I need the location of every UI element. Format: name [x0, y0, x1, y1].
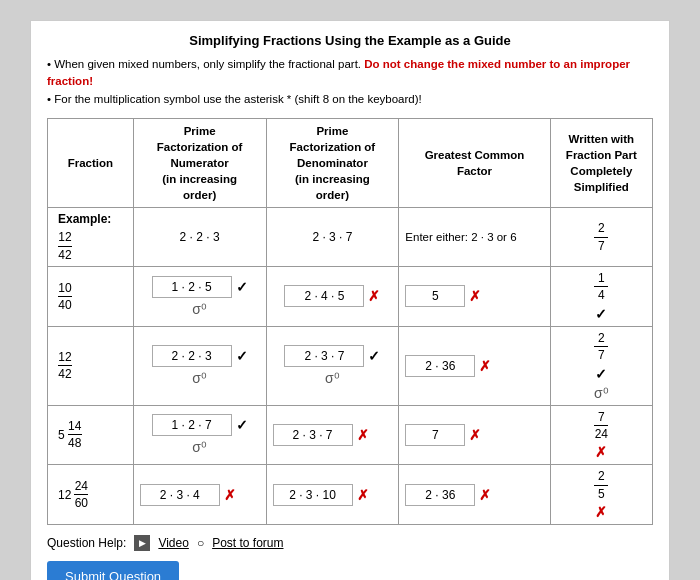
header-prime-den: PrimeFactorization ofDenominator(in incr…: [266, 118, 399, 207]
example-written-frac: 2 7: [594, 221, 608, 253]
example-label: Example:: [58, 212, 127, 226]
row3-prime-num-sigma: σ⁰: [192, 439, 207, 455]
row3-prime-den-row: ✗: [273, 424, 393, 446]
main-card: Simplifying Fractions Using the Example …: [30, 20, 670, 580]
row1-prime-num-input[interactable]: [152, 276, 232, 298]
row2-gcf-input[interactable]: [405, 355, 475, 377]
row4-whole: 12: [58, 488, 71, 502]
row4-written-group: 2 5 ✗: [557, 469, 646, 520]
row3-gcf-cross: ✗: [469, 427, 481, 443]
row2-prime-num-group: ✓ σ⁰: [140, 345, 260, 386]
row2-gcf-row: ✗: [405, 355, 543, 377]
row3-gcf-cell: ✗: [399, 405, 550, 465]
row3-prime-den-cell: ✗: [266, 405, 399, 465]
example-fraction: 12 42: [58, 230, 72, 262]
row2-written-frac: 2 7: [594, 331, 608, 363]
row4-prime-num-cross: ✗: [224, 487, 236, 503]
row1-gcf-input[interactable]: [405, 285, 465, 307]
row4-gcf-input[interactable]: [405, 484, 475, 506]
row2-gcf-cross: ✗: [479, 358, 491, 374]
main-table: Fraction PrimeFactorization ofNumerator(…: [47, 118, 653, 525]
row1-prime-num-sigma: σ⁰: [192, 301, 207, 317]
row4-prime-num-input[interactable]: [140, 484, 220, 506]
row1-written-check: ✓: [595, 306, 607, 322]
submit-button[interactable]: Submit Question: [47, 561, 179, 580]
row4-prime-den-cell: ✗: [266, 465, 399, 525]
row4-fraction: 24 60: [74, 479, 88, 511]
row1-prime-den-input-group: ✗: [273, 285, 393, 307]
header-prime-num: PrimeFactorization ofNumerator(in increa…: [133, 118, 266, 207]
row2-fraction-cell: 12 42: [48, 326, 134, 405]
row3-prime-num-group: ✓ σ⁰: [140, 414, 260, 455]
row2-gcf-cell: ✗: [399, 326, 550, 405]
row2-prime-den-input[interactable]: [284, 345, 364, 367]
row4-prime-den-cross: ✗: [357, 487, 369, 503]
table-row: 12 42 ✓ σ⁰: [48, 326, 653, 405]
example-fraction-cell: Example: 12 42: [48, 208, 134, 267]
table-row: 12 24 60 ✗ ✗: [48, 465, 653, 525]
row4-prime-den-input[interactable]: [273, 484, 353, 506]
row3-fraction: 14 48: [68, 419, 82, 451]
row2-written-check: ✓: [595, 366, 607, 382]
instruction-red: Do not change the mixed number to an imp…: [47, 58, 630, 87]
row3-prime-num-check: ✓: [236, 417, 248, 433]
row1-fraction: 10 40: [58, 281, 72, 313]
header-gcf: Greatest CommonFactor: [399, 118, 550, 207]
row2-prime-num-input[interactable]: [152, 345, 232, 367]
row3-written-group: 7 24 ✗: [557, 410, 646, 461]
row3-written-cell: 7 24 ✗: [550, 405, 652, 465]
row2-prime-num-check: ✓: [236, 348, 248, 364]
video-link[interactable]: Video: [158, 536, 188, 550]
row4-prime-den-row: ✗: [273, 484, 393, 506]
row3-prime-num-row: ✓: [152, 414, 248, 436]
row3-prime-den-input[interactable]: [273, 424, 353, 446]
row2-fraction: 12 42: [58, 350, 72, 382]
row3-whole: 5: [58, 428, 65, 442]
row4-prime-num-cell: ✗: [133, 465, 266, 525]
table-row: 5 14 48 ✓ σ⁰: [48, 405, 653, 465]
row3-prime-den-cross: ✗: [357, 427, 369, 443]
row2-prime-den-check: ✓: [368, 348, 380, 364]
header-written: Written withFraction PartCompletelySimpl…: [550, 118, 652, 207]
row1-gcf-cross: ✗: [469, 288, 481, 304]
page-title: Simplifying Fractions Using the Example …: [47, 33, 653, 48]
row1-written-group: 1 4 ✓: [557, 271, 646, 322]
row3-prime-num-input[interactable]: [152, 414, 232, 436]
row2-prime-num-sigma: σ⁰: [192, 370, 207, 386]
post-icon: ○: [197, 536, 204, 550]
row1-prime-den-cross: ✗: [368, 288, 380, 304]
row1-prime-num-cell: ✓ σ⁰: [133, 267, 266, 327]
video-icon: ▶: [134, 535, 150, 551]
row2-written-cell: 2 7 ✓ σ⁰: [550, 326, 652, 405]
row1-gcf-cell: ✗: [399, 267, 550, 327]
row3-prime-num-cell: ✓ σ⁰: [133, 405, 266, 465]
row4-mixed-fraction: 12 24 60: [58, 479, 88, 511]
row1-prime-num-row: ✓: [152, 276, 248, 298]
row2-prime-den-row: ✓: [284, 345, 380, 367]
row4-written-cross: ✗: [595, 504, 607, 520]
row1-prime-den-input[interactable]: [284, 285, 364, 307]
post-link[interactable]: Post to forum: [212, 536, 283, 550]
row1-prime-den-cell: ✗: [266, 267, 399, 327]
row1-gcf-row: ✗: [405, 285, 543, 307]
instruction-1: • When given mixed numbers, only simplif…: [47, 56, 653, 91]
instructions-block: • When given mixed numbers, only simplif…: [47, 56, 653, 108]
row4-gcf-cross: ✗: [479, 487, 491, 503]
row4-written-frac: 2 5: [594, 469, 608, 501]
row1-fraction-cell: 10 40: [48, 267, 134, 327]
row4-gcf-cell: ✗: [399, 465, 550, 525]
row4-gcf-row: ✗: [405, 484, 543, 506]
row1-prime-num-input-group: ✓ σ⁰: [140, 276, 260, 317]
row1-written-frac: 1 4: [594, 271, 608, 303]
row3-gcf-input[interactable]: [405, 424, 465, 446]
example-row: Example: 12 42 2 · 2 · 3 2 · 3 · 7 Enter…: [48, 208, 653, 267]
row3-fraction-cell: 5 14 48: [48, 405, 134, 465]
question-help-label: Question Help:: [47, 536, 126, 550]
row1-prime-num-check: ✓: [236, 279, 248, 295]
row4-fraction-cell: 12 24 60: [48, 465, 134, 525]
row2-prime-num-row: ✓: [152, 345, 248, 367]
row2-prime-num-cell: ✓ σ⁰: [133, 326, 266, 405]
row2-written-sigma: σ⁰: [594, 385, 609, 401]
example-written: 2 7: [550, 208, 652, 267]
header-fraction: Fraction: [48, 118, 134, 207]
